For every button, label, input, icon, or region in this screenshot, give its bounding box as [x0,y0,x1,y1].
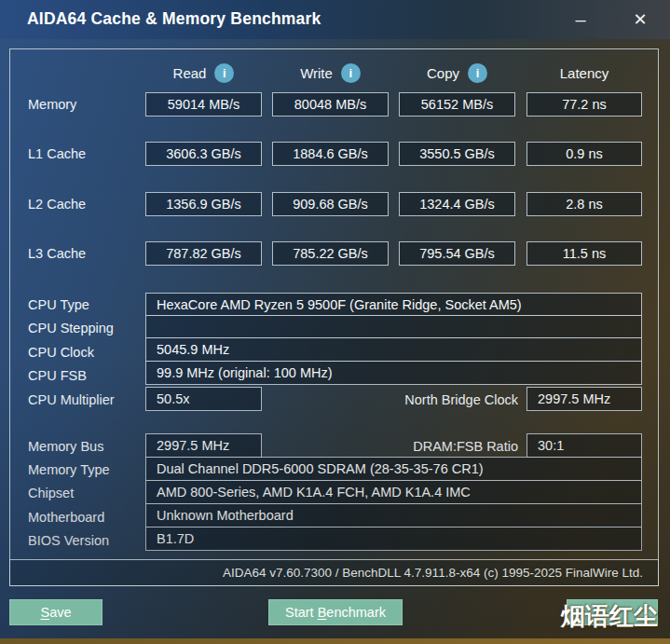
bottom-edge-strip [0,638,670,644]
title-bar: AIDA64 Cache & Memory Benchmark – ✕ [0,0,670,39]
start-benchmark-button-label: Start Benchmark [285,605,386,620]
start-benchmark-button[interactable]: Start Benchmark [268,599,403,625]
save-button-label: Save [40,605,71,620]
minimize-icon: – [575,9,585,31]
watermark-text: 烟语红尘 [561,600,658,633]
window-title: AIDA64 Cache & Memory Benchmark [27,9,321,29]
version-text: AIDA64 v7.60.7300 / BenchDLL 4.7.911.8-x… [223,566,643,580]
close-button[interactable]: ✕ [619,0,662,39]
aida64-benchmark-window: AIDA64 Cache & Memory Benchmark – ✕ Read… [0,0,670,644]
version-footer: AIDA64 v7.60.7300 / BenchDLL 4.7.911.8-x… [9,559,659,586]
content-panel [9,48,659,586]
save-button[interactable]: Save [9,599,103,625]
close-icon: ✕ [633,9,647,30]
minimize-button[interactable]: – [559,0,602,39]
